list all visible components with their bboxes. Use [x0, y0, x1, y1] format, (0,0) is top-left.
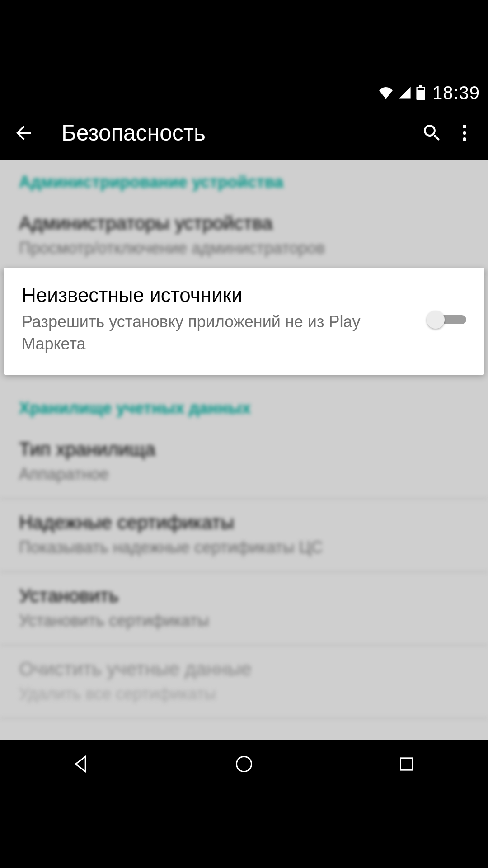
item-subtitle: Установить сертификаты: [19, 611, 469, 630]
item-subtitle: Просмотр/отключение администраторов: [19, 239, 469, 258]
page-title: Безопасность: [40, 120, 416, 146]
item-device-admins[interactable]: Администраторы устройства Просмотр/отклю…: [0, 200, 488, 273]
screen-frame: 18:39 Безопасность Администрирование уст…: [0, 0, 488, 868]
svg-rect-0: [418, 88, 424, 90]
item-unknown-sources[interactable]: Неизвестные источники Разрешить установк…: [4, 268, 484, 375]
unknown-sources-toggle[interactable]: [427, 311, 466, 329]
item-subtitle: Удалить все сертификаты: [19, 684, 469, 703]
nav-home-button[interactable]: [208, 746, 280, 782]
settings-content[interactable]: Администрирование устройства Администрат…: [0, 160, 488, 740]
item-title: Очистить учетные данные: [19, 658, 469, 680]
svg-point-3: [463, 137, 466, 141]
item-install-certs[interactable]: Установить Установить сертификаты: [0, 572, 488, 646]
back-button[interactable]: [7, 117, 40, 149]
unknown-sources-text: Неизвестные источники Разрешить установк…: [22, 284, 427, 355]
item-title: Надежные сертификаты: [19, 512, 469, 533]
battery-icon: [416, 85, 425, 100]
item-title: Неизвестные источники: [22, 284, 416, 307]
wifi-icon: [378, 86, 394, 99]
navigation-bar: [0, 740, 488, 788]
overflow-button[interactable]: [448, 117, 481, 149]
item-title: Администраторы устройства: [19, 212, 469, 234]
status-time: 18:39: [432, 83, 480, 103]
svg-point-4: [237, 757, 252, 772]
section-header-device-admin: Администрирование устройства: [0, 160, 488, 200]
cellular-icon: [398, 86, 412, 99]
switch-thumb: [427, 311, 445, 329]
item-subtitle: Разрешить установку приложений не из Pla…: [22, 311, 416, 355]
item-title: Установить: [19, 585, 469, 607]
svg-rect-5: [401, 758, 413, 770]
nav-recents-button[interactable]: [371, 746, 443, 782]
item-clear-credentials: Очистить учетные данные Удалить все серт…: [0, 646, 488, 719]
blurred-background: Администрирование устройства Администрат…: [0, 160, 488, 719]
item-title: Тип хранилища: [19, 439, 469, 460]
svg-point-1: [463, 125, 466, 128]
letterbox-top: [0, 0, 488, 80]
item-subtitle: Показывать надежные сертификаты ЦС: [19, 538, 469, 557]
svg-point-2: [463, 131, 466, 135]
item-storage-type[interactable]: Тип хранилища Аппаратное: [0, 426, 488, 499]
phone-viewport: 18:39 Безопасность Администрирование уст…: [0, 80, 488, 788]
app-bar: Безопасность: [0, 106, 488, 160]
nav-back-button[interactable]: [45, 746, 117, 782]
letterbox-bottom: [0, 788, 488, 868]
item-subtitle: Аппаратное: [19, 465, 469, 484]
search-button[interactable]: [416, 117, 448, 149]
status-bar: 18:39: [0, 80, 488, 106]
section-header-cred-storage: Хранилище учетных данных: [0, 386, 488, 426]
item-trusted-credentials[interactable]: Надежные сертификаты Показывать надежные…: [0, 499, 488, 572]
